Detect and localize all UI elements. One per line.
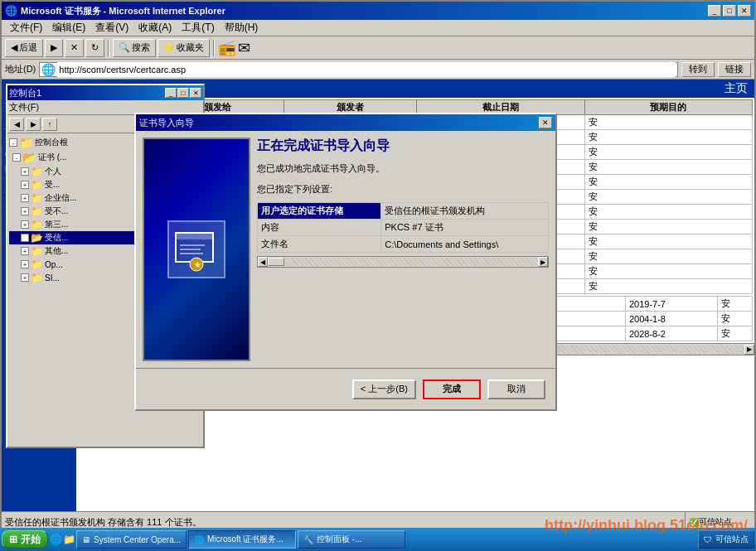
- tree-expander-root[interactable]: -: [9, 138, 17, 147]
- taskbar-task-2[interactable]: 🌐 Microsoft 证书服务...: [188, 530, 296, 549]
- star-icon: ⭐: [163, 42, 175, 53]
- cp-minimize-button[interactable]: _: [165, 88, 177, 98]
- menu-file[interactable]: 文件(F): [5, 19, 47, 36]
- subfolder-icon-4: 📁: [31, 205, 43, 217]
- minimize-button[interactable]: _: [708, 5, 721, 17]
- close-button[interactable]: ✕: [738, 5, 751, 17]
- cert-table-cell-label-1: 内容: [258, 220, 381, 236]
- tree-expander-thirdparty[interactable]: +: [21, 220, 29, 229]
- cert-cancel-button[interactable]: 取消: [487, 379, 545, 399]
- menu-help[interactable]: 帮助(H): [220, 19, 264, 36]
- cert-wizard-desc1: 您已成功地完成证书导入向导。: [257, 162, 549, 176]
- cert-wizard-desc2: 您已指定下列设置:: [257, 182, 549, 196]
- cert-scroll-right[interactable]: ▶: [538, 257, 548, 267]
- class-cert-date-2: 2004-1-8: [625, 312, 717, 326]
- cert-wizard-footer: < 上一步(B) 完成 取消: [136, 368, 555, 409]
- folder-icon: 📁: [19, 136, 33, 149]
- cert-wizard-dialog: 证书导入向导 ✕ ★: [134, 113, 557, 411]
- cp-menu-file[interactable]: 文件(F): [9, 101, 39, 114]
- stop-button[interactable]: ✕: [65, 39, 84, 57]
- cert-scroll-left[interactable]: ◀: [258, 257, 268, 267]
- back-button[interactable]: ◀ 后退: [5, 39, 43, 57]
- cert-wizard-close-button[interactable]: ✕: [539, 117, 552, 128]
- cert-back-button[interactable]: < 上一步(B): [352, 379, 416, 399]
- forward-button[interactable]: ▶: [45, 39, 63, 57]
- tree-expander-op[interactable]: +: [21, 260, 29, 268]
- cert-table-cell-value-2: C:\Documents and Settings\: [381, 236, 549, 253]
- cp-title-controls: _ □ ✕: [165, 88, 201, 98]
- menu-tools[interactable]: 工具(T): [177, 19, 219, 36]
- cp-back-button[interactable]: ◀: [9, 118, 24, 131]
- tray-text: 可信站点: [715, 534, 749, 545]
- refresh-button[interactable]: ↻: [85, 39, 104, 57]
- links-button[interactable]: 链接: [718, 62, 751, 77]
- quick-launch-ie[interactable]: 🌐: [50, 530, 61, 549]
- tree-expander-cert[interactable]: -: [12, 153, 21, 162]
- cp-up-button[interactable]: ↑: [42, 118, 57, 131]
- maximize-button[interactable]: □: [723, 5, 736, 17]
- cert-wizard-title-bar: 证书导入向导 ✕: [136, 114, 555, 131]
- title-bar-controls: _ □ ✕: [708, 5, 751, 17]
- taskbar-task-3[interactable]: 🔧 控制面板 -...: [298, 530, 405, 549]
- address-label: 地址(D): [5, 63, 36, 75]
- cp-title-bar: 控制台1 _ □ ✕: [7, 85, 203, 100]
- menu-view[interactable]: 查看(V): [90, 19, 133, 36]
- task-icon-2: 🌐: [194, 535, 204, 544]
- tree-expander-si[interactable]: +: [21, 273, 29, 282]
- taskbar-task-1[interactable]: 🖥 System Center Opera...: [76, 530, 187, 549]
- col-purpose: 预期目的: [584, 100, 752, 115]
- mail-button[interactable]: ✉: [238, 39, 250, 57]
- cert-table-row-content: 内容 PKCS #7 证书: [258, 220, 549, 236]
- favorites-button[interactable]: ⭐ 收藏夹: [158, 39, 210, 57]
- cert-wizard-cert-icon: ★: [167, 220, 225, 278]
- cert-table-cell-value-1: PKCS #7 证书: [381, 220, 549, 236]
- tree-expander-other[interactable]: +: [21, 247, 29, 255]
- page-icon: 🌐: [41, 63, 56, 76]
- menu-edit[interactable]: 编辑(E): [47, 19, 90, 36]
- subfolder-icon-8: 📁: [31, 259, 43, 270]
- cert-table-row-filename: 文件名 C:\Documents and Settings\: [258, 236, 549, 253]
- start-button[interactable]: ⊞ 开始: [2, 530, 48, 549]
- cert-table-row-header: 用户选定的证书存储 受信任的根证书颁发机构: [258, 203, 549, 220]
- quick-launch-explorer[interactable]: 📁: [63, 530, 75, 549]
- class-cert-date-1: 2019-7-7: [625, 297, 717, 312]
- class-cert-date-3: 2028-8-2: [625, 326, 717, 341]
- tree-expander-personal[interactable]: +: [21, 167, 29, 176]
- tray-security-icon: 🛡: [704, 535, 712, 544]
- subfolder-icon-2: 📁: [31, 179, 43, 191]
- menu-favorites[interactable]: 收藏(A): [133, 19, 177, 36]
- forward-arrow-icon: ▶: [51, 42, 57, 53]
- cp-close-button[interactable]: ✕: [190, 88, 201, 98]
- scroll-right-arrow[interactable]: ▶: [744, 345, 754, 355]
- cp-forward-button[interactable]: ▶: [26, 118, 41, 131]
- media-button[interactable]: 📻: [218, 39, 236, 57]
- svg-text:★: ★: [194, 260, 201, 269]
- tree-expander-untrusted[interactable]: +: [21, 207, 29, 215]
- cert-scroll-thumb: [268, 258, 284, 266]
- address-bar: 地址(D) 🌐 转到 链接: [2, 60, 754, 80]
- task-icon-1: 🖥: [82, 535, 90, 544]
- cert-table-header-store: 用户选定的证书存储: [258, 203, 381, 220]
- browser-window: 🌐 Microsoft 证书服务 - Microsoft Internet Ex…: [0, 0, 756, 530]
- subfolder-icon-3: 📁: [31, 192, 43, 204]
- class-cert-purpose-3: 安: [718, 326, 753, 341]
- tree-expander-trusted-root[interactable]: +: [21, 234, 29, 242]
- cert-wizard-right-panel: 正在完成证书导入向导 您已成功地完成证书导入向导。 您已指定下列设置: 用户选定…: [257, 138, 549, 361]
- windows-logo-icon: ⊞: [9, 534, 17, 545]
- search-button[interactable]: 🔍 搜索: [113, 39, 156, 57]
- tree-expander-enterprise[interactable]: +: [21, 194, 29, 202]
- subfolder-icon-1: 📁: [31, 166, 43, 177]
- title-bar: 🌐 Microsoft 证书服务 - Microsoft Internet Ex…: [2, 2, 754, 20]
- cp-maximize-button[interactable]: □: [177, 88, 189, 98]
- cert-finish-button[interactable]: 完成: [423, 379, 481, 399]
- cert-table-hscroll[interactable]: ◀ ▶: [257, 256, 549, 268]
- task-icon-3: 🔧: [303, 535, 313, 544]
- tree-expander-trusted[interactable]: +: [21, 181, 29, 189]
- subfolder-icon-5: 📁: [31, 219, 43, 230]
- class-cert-purpose-1: 安: [718, 297, 753, 312]
- subfolder-icon-9: 📁: [31, 272, 43, 283]
- address-input[interactable]: [57, 62, 676, 77]
- cert-scroll-track: [284, 258, 538, 266]
- go-button[interactable]: 转到: [681, 62, 715, 77]
- cert-folder-icon: 📂: [22, 151, 36, 164]
